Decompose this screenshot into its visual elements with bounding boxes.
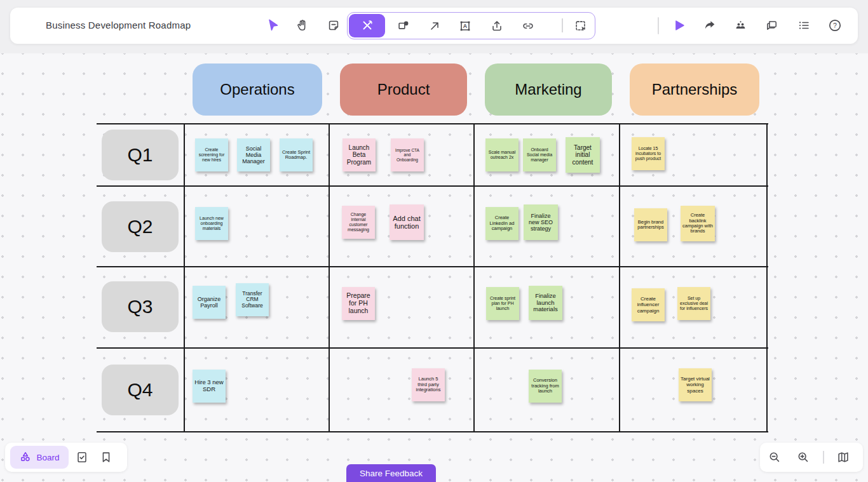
- sticky-note[interactable]: Finalize launch materials: [529, 286, 562, 320]
- shapes-icon[interactable]: [396, 18, 411, 34]
- column-header-marketing[interactable]: Marketing: [485, 64, 612, 116]
- column-header-operations[interactable]: Operations: [193, 64, 322, 116]
- upload-icon[interactable]: [489, 18, 505, 34]
- row-label-q4[interactable]: Q4: [102, 365, 179, 415]
- sticky-note[interactable]: Create Sprint Roadmap.: [280, 138, 313, 171]
- board-objects: OperationsProductMarketingPartnershipsQ1…: [0, 0, 868, 482]
- sticky-note[interactable]: Locate 15 incubators to push product: [632, 137, 665, 170]
- row-label-q2[interactable]: Q2: [102, 201, 179, 252]
- select-cursor-icon[interactable]: [266, 18, 281, 33]
- sticky-note[interactable]: Finalize new SEO strategy: [524, 204, 558, 240]
- zoom-out-icon[interactable]: [768, 450, 782, 464]
- sticky-note-icon[interactable]: [326, 18, 341, 33]
- map-icon[interactable]: [836, 450, 850, 464]
- grid-line: [473, 124, 475, 432]
- doc-check-icon[interactable]: [75, 450, 89, 464]
- grid-line: [329, 124, 330, 432]
- sticky-note[interactable]: Target virtual working spaces: [679, 368, 712, 401]
- board-title[interactable]: Business Development Roadmap: [46, 20, 191, 30]
- comments-icon[interactable]: [764, 18, 780, 33]
- sticky-note[interactable]: Create backlink campaign with brands: [681, 206, 715, 241]
- share-feedback-button[interactable]: Share Feedback: [346, 464, 436, 482]
- list-icon[interactable]: [796, 18, 811, 33]
- community-icon[interactable]: [733, 18, 748, 33]
- hand-icon[interactable]: [295, 18, 310, 33]
- sticky-note[interactable]: Conversion tracking from launch: [529, 370, 562, 403]
- sticky-note[interactable]: Create LinkedIn ad campaign: [485, 207, 519, 240]
- grid-line: [97, 347, 768, 349]
- grid-line: [97, 431, 768, 432]
- text-frame-icon[interactable]: A: [458, 18, 473, 34]
- sticky-note[interactable]: Prepare for PH launch: [342, 287, 375, 320]
- sticky-note[interactable]: Launch new onboarding materials: [195, 207, 228, 240]
- diagonal-arrow-icon[interactable]: [427, 18, 442, 34]
- row-label-q1[interactable]: Q1: [102, 130, 179, 180]
- sticky-note[interactable]: Add chat function: [390, 204, 424, 240]
- sticky-note[interactable]: Begin brand partnerships: [634, 208, 667, 241]
- svg-text:?: ?: [833, 22, 837, 29]
- sticky-note[interactable]: Organize Payroll: [193, 286, 226, 319]
- share-forward-icon[interactable]: [702, 18, 717, 33]
- sticky-note[interactable]: Create influencer campaign: [632, 288, 665, 321]
- help-icon[interactable]: ?: [827, 18, 843, 33]
- bottom-right-bar: [760, 443, 863, 472]
- grid-line: [97, 123, 768, 124]
- sticky-note[interactable]: Change internal customer messaging: [342, 206, 375, 239]
- sticky-note[interactable]: Scale manual outreach 2x: [485, 138, 519, 171]
- sticky-note[interactable]: Improve CTA and Onboarding: [391, 138, 424, 171]
- grid-line: [97, 185, 768, 187]
- tools-button[interactable]: [349, 14, 385, 37]
- marquee-select-icon[interactable]: [573, 18, 588, 34]
- sticky-note[interactable]: Launch 5 third party integrations: [412, 368, 445, 401]
- grid-line: [766, 124, 768, 432]
- sticky-note[interactable]: Create sprint plan for PH launch: [486, 287, 519, 320]
- toolbar-divider: [658, 17, 659, 34]
- bottom-bar-divider: [823, 451, 824, 464]
- grid-line: [184, 124, 185, 432]
- sticky-note[interactable]: Hire 3 new SDR: [193, 370, 226, 403]
- grid-line: [619, 124, 620, 432]
- sticky-note[interactable]: Launch Beta Program: [342, 138, 376, 171]
- board-shapes-icon: [19, 451, 32, 464]
- sticky-note[interactable]: Create screening for new hires: [195, 138, 228, 171]
- zoom-in-icon[interactable]: [796, 450, 810, 464]
- grid-line: [97, 266, 768, 267]
- bookmark-icon[interactable]: [99, 450, 113, 464]
- column-header-product[interactable]: Product: [340, 64, 467, 116]
- sticky-note[interactable]: Target initial content: [566, 137, 600, 173]
- sticky-note[interactable]: Set up exclusive deal for influencers: [677, 287, 710, 320]
- sticky-note[interactable]: Social Media Manager: [237, 138, 270, 171]
- sticky-note[interactable]: Onboard Social media manager: [523, 138, 556, 171]
- top-toolbar: Business Development Roadmap A: [10, 8, 858, 44]
- board-button-label: Board: [36, 453, 59, 462]
- link-icon[interactable]: [520, 18, 536, 34]
- column-header-partnerships[interactable]: Partnerships: [630, 64, 759, 116]
- present-play-icon[interactable]: [672, 18, 687, 33]
- sticky-note[interactable]: Transfer CRM Software: [236, 283, 269, 316]
- row-label-q3[interactable]: Q3: [102, 281, 179, 332]
- svg-text:A: A: [463, 23, 468, 29]
- tool-group-divider: [562, 18, 563, 32]
- tool-group: A: [347, 12, 595, 39]
- bottom-left-bar: Board: [5, 443, 127, 472]
- board-button[interactable]: Board: [10, 446, 69, 469]
